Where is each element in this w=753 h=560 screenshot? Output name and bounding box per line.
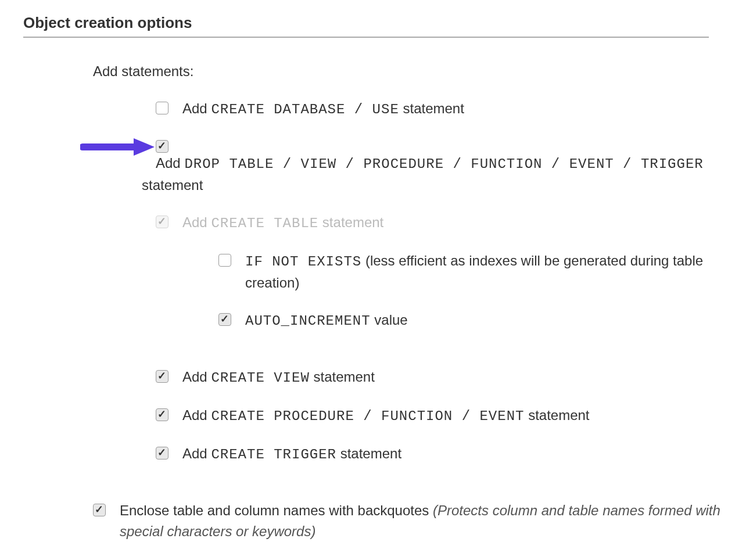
- checkbox-create-database[interactable]: [156, 102, 168, 114]
- text-code: DROP TABLE / VIEW / PROCEDURE / FUNCTION…: [184, 156, 703, 172]
- text-prefix: Add: [182, 407, 211, 423]
- text-prefix: Enclose table and column names with back…: [120, 502, 433, 518]
- checkbox-drop-table[interactable]: [156, 140, 168, 153]
- checkbox-create-trigger[interactable]: [156, 447, 168, 460]
- option-backquotes: Enclose table and column names with back…: [93, 500, 730, 542]
- text-code: CREATE DATABASE / USE: [211, 102, 399, 117]
- text-suffix: statement: [399, 100, 464, 116]
- text-code: IF NOT EXISTS: [245, 254, 361, 270]
- option-create-table: Add CREATE TABLE statement: [156, 212, 730, 234]
- text-code: CREATE TRIGGER: [211, 447, 336, 462]
- label-create-table: Add CREATE TABLE statement: [182, 212, 730, 234]
- text-code: AUTO_INCREMENT: [245, 313, 371, 329]
- arrow-right-icon: [80, 137, 156, 157]
- text-suffix: value: [371, 312, 408, 328]
- option-drop-table: Add DROP TABLE / VIEW / PROCEDURE / FUNC…: [156, 137, 730, 196]
- label-create-database: Add CREATE DATABASE / USE statement: [182, 98, 730, 120]
- text-code: CREATE PROCEDURE / FUNCTION / EVENT: [211, 408, 524, 424]
- option-create-database: Add CREATE DATABASE / USE statement: [156, 98, 730, 120]
- label-create-trigger: Add CREATE TRIGGER statement: [182, 443, 730, 465]
- checkbox-create-procedure[interactable]: [156, 408, 168, 421]
- text-suffix: statement: [524, 407, 589, 423]
- text-prefix: Add: [182, 369, 211, 385]
- text-prefix: Add: [156, 155, 184, 171]
- text-prefix: Add: [182, 446, 211, 461]
- option-create-procedure: Add CREATE PROCEDURE / FUNCTION / EVENT …: [156, 405, 730, 427]
- text-suffix: statement: [142, 175, 730, 196]
- text-prefix: Add: [182, 214, 211, 230]
- label-backquotes: Enclose table and column names with back…: [120, 500, 730, 542]
- text-code: CREATE TABLE: [211, 216, 318, 231]
- checkbox-backquotes[interactable]: [93, 504, 106, 516]
- text-suffix: statement: [318, 214, 383, 230]
- option-auto-increment: AUTO_INCREMENT value: [218, 310, 730, 332]
- section-header: Object creation options: [23, 12, 709, 38]
- text-suffix: statement: [310, 369, 375, 385]
- add-statements-heading: Add statements:: [93, 61, 730, 82]
- text-code: CREATE VIEW: [211, 370, 309, 386]
- checkbox-create-view[interactable]: [156, 370, 168, 383]
- label-create-view: Add CREATE VIEW statement: [182, 367, 730, 389]
- text-prefix: Add: [182, 100, 211, 116]
- text-suffix: statement: [336, 446, 401, 461]
- checkbox-auto-increment[interactable]: [218, 313, 231, 326]
- svg-marker-1: [134, 138, 155, 156]
- option-create-trigger: Add CREATE TRIGGER statement: [156, 443, 730, 465]
- label-if-not-exists: IF NOT EXISTS (less efficient as indexes…: [245, 250, 730, 293]
- label-auto-increment: AUTO_INCREMENT value: [245, 310, 730, 332]
- label-create-procedure: Add CREATE PROCEDURE / FUNCTION / EVENT …: [182, 405, 730, 427]
- checkbox-create-table: [156, 216, 168, 228]
- option-if-not-exists: IF NOT EXISTS (less efficient as indexes…: [218, 250, 730, 293]
- option-create-view: Add CREATE VIEW statement: [156, 367, 730, 389]
- checkbox-if-not-exists[interactable]: [218, 254, 231, 267]
- label-drop-table: Add DROP TABLE / VIEW / PROCEDURE / FUNC…: [156, 153, 730, 196]
